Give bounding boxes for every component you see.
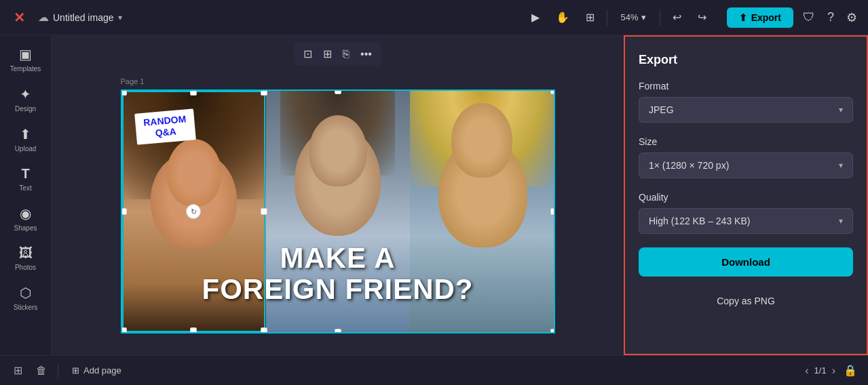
inner-handle-tm[interactable] — [190, 89, 197, 96]
delete-page-button[interactable]: 🗑 — [33, 362, 50, 380]
main-area: ▣ Templates ✦ Design ⬆ Upload T Text ◉ S… — [0, 35, 868, 355]
document-title[interactable]: Untitled image — [53, 12, 114, 23]
inner-handle-br[interactable] — [261, 327, 267, 333]
zoom-level: 54% — [621, 12, 639, 22]
sidebar-item-photos[interactable]: 🖼 Photos — [3, 240, 49, 277]
quality-chevron-icon: ▾ — [839, 216, 843, 226]
inner-handle-tl[interactable] — [121, 89, 127, 96]
canvas-area: ⊡ ⊞ ⎘ ••• Page 1 — [52, 35, 624, 355]
shield-icon[interactable]: 🛡 — [800, 7, 818, 27]
page-navigation: ‹ 1/1 › — [805, 365, 835, 377]
hand-tool-button[interactable]: ✋ — [552, 8, 573, 26]
upload-icon: ⬆ — [20, 126, 31, 142]
design-icon: ✦ — [20, 86, 31, 102]
cloud-icon: ☁ — [38, 11, 49, 24]
format-chevron-icon: ▾ — [839, 105, 843, 115]
toolbar: ✕ ☁ Untitled image ▾ ▶ ✋ ⊞ 54% ▾ ↩ ↪ ⬆ E… — [0, 0, 868, 35]
quality-label: Quality — [639, 192, 853, 203]
file-area: ☁ Untitled image ▾ — [38, 11, 122, 24]
design-label: Design — [15, 105, 36, 113]
inner-handle-bl[interactable] — [121, 327, 127, 333]
export-icon: ⬆ — [739, 12, 747, 23]
pointer-tool-button[interactable]: ▶ — [527, 8, 544, 26]
shapes-label: Shapes — [14, 224, 37, 232]
inner-selection-overlay[interactable]: ↻ — [122, 91, 266, 332]
zoom-control[interactable]: 54% ▾ — [616, 9, 652, 25]
quality-value: High (122 KB – 243 KB) — [649, 216, 750, 226]
sidebar-item-stickers[interactable]: ⬡ Stickers — [3, 279, 49, 317]
stickers-label: Stickers — [14, 304, 38, 311]
page-label: Page 1 — [121, 77, 555, 85]
grid-tool-button[interactable]: ⊞ — [582, 8, 599, 26]
sidebar-item-shapes[interactable]: ◉ Shapes — [3, 200, 49, 237]
redo-button[interactable]: ↪ — [694, 8, 711, 26]
copy-png-button[interactable]: Copy as PNG — [639, 290, 853, 312]
rotate-handle[interactable]: ↻ — [186, 204, 201, 219]
bottom-bar: ⊞ 🗑 ⊞ Add page ‹ 1/1 › 🔒 — [0, 355, 868, 385]
bottom-divider — [58, 364, 58, 378]
canvas-tool-grid[interactable]: ⊞ — [319, 45, 336, 63]
sidebar-item-templates[interactable]: ▣ Templates — [3, 41, 49, 78]
size-value: 1× (1280 × 720 px) — [649, 160, 729, 171]
canvas-tool-copy[interactable]: ⎘ — [339, 45, 354, 63]
download-button[interactable]: Download — [639, 247, 853, 277]
stickers-icon: ⬡ — [20, 285, 31, 301]
page-thumbnail-button[interactable]: ⊞ — [11, 361, 25, 380]
export-panel: Export Format JPEG ▾ Size 1× (1280 × 720… — [624, 35, 868, 355]
format-label: Format — [639, 81, 853, 92]
sidebar-item-design[interactable]: ✦ Design — [3, 81, 49, 118]
sidebar-item-text[interactable]: T Text — [3, 161, 49, 197]
undo-button[interactable]: ↩ — [668, 8, 685, 26]
lock-button[interactable]: 🔒 — [844, 364, 857, 377]
settings-icon[interactable]: ⚙ — [844, 7, 860, 28]
size-field: Size 1× (1280 × 720 px) ▾ — [639, 136, 853, 178]
inner-handle-mr[interactable] — [261, 208, 267, 215]
toolbar-center-tools: ▶ ✋ ⊞ 54% ▾ ↩ ↪ — [527, 8, 711, 26]
help-icon[interactable]: ? — [825, 7, 837, 27]
toolbar-divider — [607, 9, 607, 26]
next-page-button[interactable]: › — [832, 365, 835, 377]
logo-icon[interactable]: ✕ — [8, 7, 30, 28]
export-label: Export — [751, 12, 781, 23]
templates-label: Templates — [10, 65, 41, 73]
export-panel-title: Export — [639, 53, 853, 67]
add-page-icon: ⊞ — [72, 365, 79, 376]
page-counter: 1/1 — [814, 365, 827, 376]
add-page-button[interactable]: ⊞ Add page — [67, 363, 127, 378]
text-icon: T — [21, 166, 29, 182]
image-canvas[interactable]: RANDOM Q&A MAKE A FOREIGN FRIEND? — [121, 89, 555, 333]
quality-field: Quality High (122 KB – 243 KB) ▾ — [639, 192, 853, 234]
canvas-tool-more[interactable]: ••• — [356, 45, 376, 63]
size-select[interactable]: 1× (1280 × 720 px) ▾ — [639, 153, 853, 178]
prev-page-button[interactable]: ‹ — [805, 365, 808, 377]
upload-label: Upload — [15, 145, 37, 153]
text-label: Text — [19, 184, 31, 192]
format-select[interactable]: JPEG ▾ — [639, 97, 853, 123]
add-page-label: Add page — [83, 365, 121, 376]
canvas-wrapper[interactable]: Page 1 — [121, 77, 555, 333]
toolbar-right: ⬆ Export 🛡 ? ⚙ — [727, 7, 860, 28]
photos-label: Photos — [15, 264, 36, 271]
toolbar-divider-2 — [660, 9, 660, 26]
title-chevron-icon[interactable]: ▾ — [118, 13, 122, 22]
inner-handle-ml[interactable] — [121, 208, 127, 215]
size-label: Size — [639, 136, 853, 147]
quality-select[interactable]: High (122 KB – 243 KB) ▾ — [639, 208, 853, 234]
format-value: JPEG — [649, 104, 674, 115]
sidebar-item-upload[interactable]: ⬆ Upload — [3, 121, 49, 158]
shapes-icon: ◉ — [20, 205, 31, 222]
inner-handle-bm[interactable] — [190, 327, 197, 333]
size-chevron-icon: ▾ — [839, 161, 843, 170]
photos-icon: 🖼 — [19, 245, 33, 261]
zoom-chevron-icon: ▾ — [641, 12, 646, 22]
export-button[interactable]: ⬆ Export — [727, 7, 793, 28]
canvas-toolbar: ⊡ ⊞ ⎘ ••• — [294, 42, 381, 66]
canvas-tool-select[interactable]: ⊡ — [299, 45, 316, 63]
templates-icon: ▣ — [19, 46, 32, 62]
inner-handle-tr[interactable] — [261, 89, 267, 96]
left-sidebar: ▣ Templates ✦ Design ⬆ Upload T Text ◉ S… — [0, 35, 52, 355]
format-field: Format JPEG ▾ — [639, 81, 853, 123]
